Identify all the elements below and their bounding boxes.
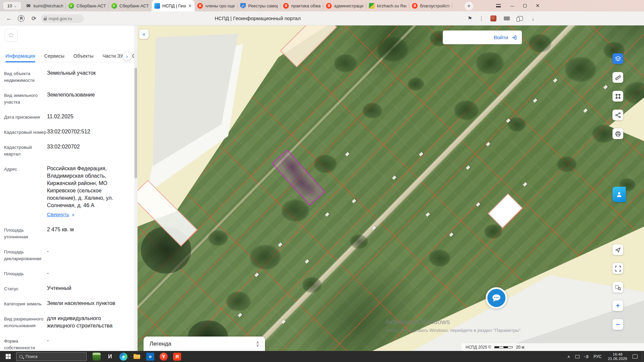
ruler-tool-button[interactable]: [612, 72, 623, 83]
chat-button[interactable]: [486, 287, 507, 309]
field-row: Вид разрешенного использованиядля индиви…: [0, 311, 131, 333]
taskbar-app-photos[interactable]: [90, 351, 103, 362]
browser-tab-2[interactable]: ✓Сбербанк-АСТ - Эл: [109, 0, 152, 11]
start-button[interactable]: [0, 351, 16, 362]
zoom-out-button[interactable]: −: [612, 319, 623, 330]
panel-tab-объекты[interactable]: Объекты: [73, 50, 94, 62]
hidden-icons-button[interactable]: ∧: [564, 351, 573, 362]
display-tray-icon[interactable]: [573, 351, 582, 362]
extension2-button[interactable]: [502, 14, 511, 23]
sidebar-scrollbar-thumb[interactable]: [135, 68, 137, 178]
panel-tab-части зу[interactable]: Части ЗУ: [103, 50, 123, 62]
area-zoom-tool-button[interactable]: [612, 282, 623, 293]
outlook-icon: o: [146, 353, 154, 361]
volume-tray-icon[interactable]: ◁)): [582, 351, 590, 362]
downloads-button[interactable]: ↓: [529, 14, 537, 23]
show-desktop-button[interactable]: [642, 351, 644, 362]
yandex-home-button[interactable]: Я: [17, 14, 25, 23]
assistant-widget[interactable]: [612, 187, 626, 202]
tab-counter-value: 10: [7, 3, 12, 8]
field-label: Площадь уточненная: [4, 226, 47, 240]
layers-tool-button[interactable]: [612, 53, 623, 64]
field-row: Форма собственности-: [0, 333, 131, 351]
browser-tab-0[interactable]: ✉kumi@kirzhach.su: [23, 0, 66, 11]
tab-label: Сбербанк-АСТ - Эл: [119, 3, 149, 8]
field-value: -: [47, 269, 129, 277]
share-tool-button[interactable]: [612, 110, 623, 120]
tab-close-icon[interactable]: ✕: [188, 3, 192, 8]
search-icon: [19, 355, 23, 358]
back-button[interactable]: ←: [5, 14, 13, 23]
browser-tab-5[interactable]: ✓Реестры саморегу: [237, 0, 280, 11]
taskbar-app-explorer[interactable]: [130, 351, 144, 362]
bookmark-button[interactable]: ⚑: [466, 14, 474, 23]
browser-tab-4[interactable]: Ячлены сро оценщи: [195, 0, 237, 11]
legend-label: Легенда: [150, 341, 256, 347]
tab-label: kumi@kirzhach.su: [34, 3, 63, 8]
panel-tab-сервисы[interactable]: Сервисы: [44, 50, 64, 62]
extension-button[interactable]: [489, 14, 498, 23]
language-indicator[interactable]: РУС: [590, 354, 604, 359]
frame-tool-button[interactable]: [612, 263, 623, 274]
taskbar-app-yandex-browser[interactable]: Y: [157, 351, 170, 362]
url-field[interactable]: nspd.gov.ru: [41, 14, 84, 23]
map-canvas[interactable]: « Войти + − Активация Windows Чтобы акти…: [138, 25, 644, 351]
browser-tab-bar: 10 ⌄ ✉kumi@kirzhach.su✓Сбербанк-АСТ - Эл…: [0, 0, 644, 11]
field-row: Вид объекта недвижимостиЗемельный участо…: [0, 66, 131, 87]
taskbar-apps: ИeoYЯ: [90, 351, 184, 362]
collapse-panel-button[interactable]: «: [139, 29, 149, 39]
tab-counter[interactable]: 10 ⌄: [3, 1, 21, 10]
copyright-text: НСПД 2025 ©: [466, 345, 491, 350]
field-label: Площадь: [4, 269, 47, 277]
browser-tab-9[interactable]: Яблагоустройство т: [409, 0, 452, 11]
locate-tool-button[interactable]: [612, 244, 623, 255]
browser-tab-8[interactable]: kirzhach.su Reart -: [366, 0, 409, 11]
panel-tab-информация[interactable]: Информация: [5, 50, 35, 62]
collapse-address-link[interactable]: Свернуть: [47, 211, 69, 218]
yandex-browser-icon: Y: [160, 353, 168, 361]
window-restore-button[interactable]: [518, 0, 532, 11]
browser-tab-3[interactable]: НСПД | Геоинфо✕: [152, 0, 195, 11]
edge-icon: e: [119, 353, 127, 361]
login-bar[interactable]: Войти: [443, 31, 522, 44]
side-panels-button[interactable]: [516, 14, 525, 23]
window-close-button[interactable]: ✕: [531, 0, 544, 11]
windows-icon: [6, 354, 11, 359]
browser-tab-1[interactable]: ✓Сбербанк-АСТ - Эл: [66, 0, 109, 11]
browser-menu-button[interactable]: [492, 0, 505, 11]
browser-tab-7[interactable]: Яадминистрация ки: [323, 0, 366, 11]
window-minimize-button[interactable]: ─: [505, 0, 519, 11]
browser-tab-6[interactable]: Япрактика обжалов: [280, 0, 323, 11]
measure-tool-button[interactable]: [612, 91, 623, 102]
measure-icon: [615, 93, 621, 100]
more-options-button[interactable]: ⋮: [477, 14, 486, 23]
field-row: Вид земельного участкаЗемлепользование: [0, 87, 131, 109]
taskbar-app-edge[interactable]: e: [117, 351, 130, 362]
zoom-in-button[interactable]: +: [612, 300, 623, 311]
login-icon: [511, 35, 517, 41]
restore-icon: [523, 4, 527, 7]
taskbar-app-outlook[interactable]: o: [144, 351, 157, 362]
favorite-star-button[interactable]: ☆: [5, 29, 17, 42]
field-label: Площадь декларированная: [4, 248, 47, 262]
taskbar-search-input[interactable]: Поиск: [16, 352, 87, 361]
extension-icon: [490, 15, 496, 21]
notification-center-button[interactable]: [631, 351, 639, 362]
taskbar-app-yandex-search[interactable]: Я: [170, 351, 184, 362]
field-row: СтатусУчтенный: [0, 281, 131, 296]
field-label: Кадастровый квартал: [4, 143, 47, 158]
refresh-button[interactable]: ⟳: [30, 14, 38, 23]
mail-icon: ✉: [25, 3, 31, 9]
field-label: Вид объекта недвижимости: [4, 69, 47, 84]
tabs-scroll-right-button[interactable]: ›: [123, 52, 131, 60]
tab-label: администрация ки: [334, 3, 364, 8]
yandex-search-icon: Я: [173, 353, 181, 361]
yandex-icon: Я: [197, 3, 203, 9]
taskbar-app-app-i[interactable]: И: [103, 351, 117, 362]
crest-icon: [369, 3, 375, 9]
legend-panel[interactable]: Легенда ∧∨: [144, 337, 265, 351]
new-tab-button[interactable]: +: [465, 2, 473, 10]
print-tool-button[interactable]: [612, 128, 623, 139]
tab-label: НСПД | Геоинфо: [162, 3, 186, 8]
taskbar-clock[interactable]: 16:48 21.05.2025: [604, 352, 631, 361]
